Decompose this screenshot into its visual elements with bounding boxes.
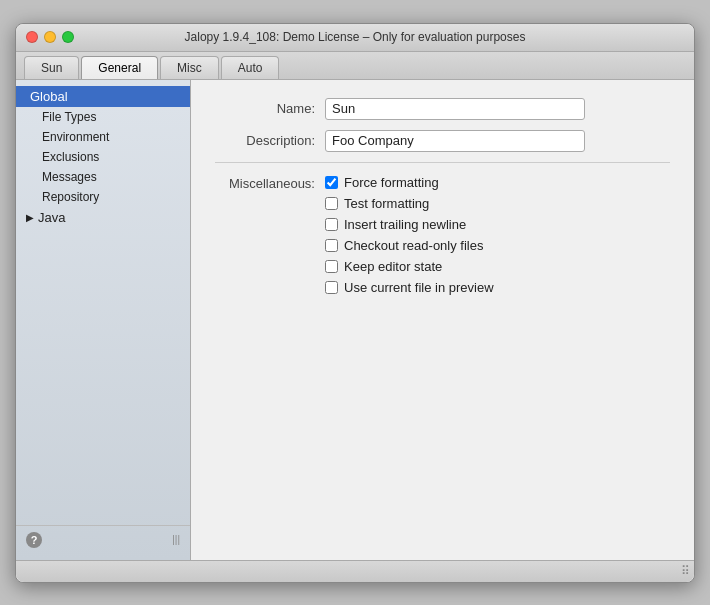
minimize-button[interactable]	[44, 31, 56, 43]
resize-handle[interactable]: |||	[172, 534, 180, 545]
checkbox-checkout-readonly-input[interactable]	[325, 239, 338, 252]
tab-general[interactable]: General	[81, 56, 158, 79]
resize-grip-icon: ⠿	[681, 564, 690, 578]
content-area: Global File Types Environment Exclusions…	[16, 80, 694, 560]
window-title: Jalopy 1.9.4_108: Demo License – Only fo…	[16, 30, 694, 44]
sidebar-label-repository: Repository	[42, 190, 99, 204]
sidebar-item-repository[interactable]: Repository	[16, 187, 190, 207]
close-button[interactable]	[26, 31, 38, 43]
name-label: Name:	[215, 101, 325, 116]
checkbox-trailing-newline-label: Insert trailing newline	[344, 217, 466, 232]
checkbox-keep-editor-state-label: Keep editor state	[344, 259, 442, 274]
checkbox-trailing-newline-input[interactable]	[325, 218, 338, 231]
help-button[interactable]: ?	[26, 532, 42, 548]
sidebar-item-environment[interactable]: Environment	[16, 127, 190, 147]
sidebar-item-file-types[interactable]: File Types	[16, 107, 190, 127]
maximize-button[interactable]	[62, 31, 74, 43]
checkbox-force-formatting-label: Force formatting	[344, 175, 439, 190]
checkbox-test-formatting-label: Test formatting	[344, 196, 429, 211]
window-bottom-bar: ⠿	[16, 560, 694, 582]
misc-label: Miscellaneous:	[215, 175, 325, 295]
checkbox-current-file-preview-input[interactable]	[325, 281, 338, 294]
checkbox-test-formatting-input[interactable]	[325, 197, 338, 210]
sidebar-item-exclusions[interactable]: Exclusions	[16, 147, 190, 167]
tab-bar: Sun General Misc Auto	[16, 52, 694, 80]
checkbox-checkout-readonly-label: Checkout read-only files	[344, 238, 483, 253]
checkbox-keep-editor-state-input[interactable]	[325, 260, 338, 273]
misc-options: Force formatting Test formatting Insert …	[325, 175, 494, 295]
description-row: Description:	[215, 130, 670, 152]
name-input[interactable]	[325, 98, 585, 120]
checkbox-current-file-preview[interactable]: Use current file in preview	[325, 280, 494, 295]
tab-misc[interactable]: Misc	[160, 56, 219, 79]
sidebar-label-global: Global	[30, 89, 68, 104]
sidebar-item-java[interactable]: ▶ Java	[16, 207, 190, 228]
sidebar-label-messages: Messages	[42, 170, 97, 184]
title-bar: Jalopy 1.9.4_108: Demo License – Only fo…	[16, 24, 694, 52]
checkbox-force-formatting[interactable]: Force formatting	[325, 175, 494, 190]
tab-auto[interactable]: Auto	[221, 56, 280, 79]
checkbox-keep-editor-state[interactable]: Keep editor state	[325, 259, 494, 274]
name-row: Name:	[215, 98, 670, 120]
sidebar-item-global[interactable]: Global	[16, 86, 190, 107]
description-label: Description:	[215, 133, 325, 148]
java-expand-arrow: ▶	[26, 212, 34, 223]
description-input[interactable]	[325, 130, 585, 152]
checkbox-test-formatting[interactable]: Test formatting	[325, 196, 494, 211]
sidebar-label-exclusions: Exclusions	[42, 150, 99, 164]
checkbox-trailing-newline[interactable]: Insert trailing newline	[325, 217, 494, 232]
checkbox-force-formatting-input[interactable]	[325, 176, 338, 189]
checkbox-current-file-preview-label: Use current file in preview	[344, 280, 494, 295]
main-panel: Name: Description: Miscellaneous: Force …	[191, 80, 694, 560]
miscellaneous-section: Miscellaneous: Force formatting Test for…	[215, 175, 670, 295]
window-controls	[26, 31, 74, 43]
sidebar: Global File Types Environment Exclusions…	[16, 80, 191, 560]
sidebar-item-messages[interactable]: Messages	[16, 167, 190, 187]
divider	[215, 162, 670, 163]
checkbox-checkout-readonly[interactable]: Checkout read-only files	[325, 238, 494, 253]
sidebar-label-file-types: File Types	[42, 110, 96, 124]
sidebar-label-environment: Environment	[42, 130, 109, 144]
sidebar-label-java: Java	[38, 210, 65, 225]
main-window: Jalopy 1.9.4_108: Demo License – Only fo…	[15, 23, 695, 583]
sidebar-bottom: ? |||	[16, 525, 190, 554]
tab-sun[interactable]: Sun	[24, 56, 79, 79]
